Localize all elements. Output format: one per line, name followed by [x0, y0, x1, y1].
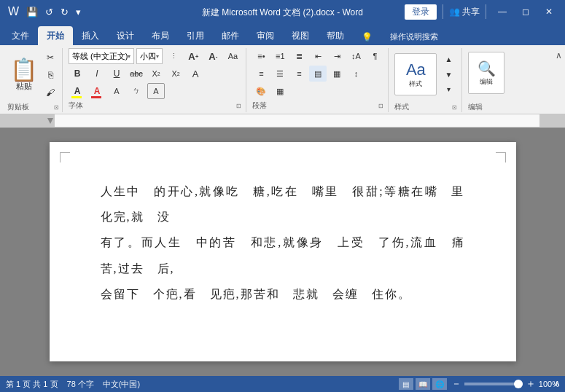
tab-home[interactable]: 开始 — [38, 26, 73, 45]
styles-big-button[interactable]: Aa 样式 — [394, 53, 437, 95]
styles-up-button[interactable]: ▲ — [440, 53, 457, 66]
zoom-out-button[interactable]: － — [451, 377, 461, 391]
font-row3: A A A ㄅ A — [69, 83, 241, 99]
ribbon-collapse-button[interactable]: ∧ — [556, 48, 562, 61]
editing-big-button[interactable]: 🔍 编辑 — [468, 52, 504, 94]
subscript-button[interactable]: X2 — [147, 66, 165, 82]
ruler — [0, 114, 565, 128]
phonetic-button[interactable]: ㄅ — [128, 83, 145, 99]
font-group: 等线 (中文正文) ▾ 小四 ▾ ⋮ A+ A- Aa B I U abc X2… — [64, 48, 246, 112]
tab-help[interactable]: 帮助 — [318, 26, 353, 45]
close-button[interactable]: ✕ — [539, 1, 559, 22]
clipboard-expand-icon[interactable]: ⊡ — [54, 104, 59, 111]
customize-icon[interactable]: ▾ — [74, 5, 83, 19]
text-line1: 人生中 的开心,就像吃 糖,吃在 嘴里 很甜;等糖在嘴 里化完,就 没 — [101, 179, 465, 230]
page[interactable]: 人生中 的开心,就像吃 糖,吃在 嘴里 很甜;等糖在嘴 里化完,就 没 有了。而… — [50, 142, 516, 361]
copy-button[interactable]: ⎘ — [42, 67, 59, 83]
corner-tr — [496, 152, 506, 162]
share-button[interactable]: 👥 共享 — [449, 6, 480, 18]
bullets-button[interactable]: ≡• — [252, 48, 270, 64]
tab-references[interactable]: 引用 — [178, 26, 213, 45]
undo-icon[interactable]: ↺ — [43, 5, 55, 19]
text-effect-button[interactable]: A — [108, 83, 125, 99]
tab-review[interactable]: 审阅 — [248, 26, 283, 45]
page-content[interactable]: 人生中 的开心,就像吃 糖,吃在 嘴里 很甜;等糖在嘴 里化完,就 没 有了。而… — [101, 179, 465, 307]
para-expand-icon[interactable]: ⊡ — [378, 103, 383, 109]
align-left-button[interactable]: ≡ — [252, 66, 270, 82]
enlarge-font-button[interactable]: A+ — [184, 48, 202, 64]
font-name-dropdown-arrow: ▾ — [128, 53, 130, 60]
format-painter-button[interactable]: 🖌 — [42, 85, 59, 101]
left-indent-marker[interactable] — [47, 118, 53, 124]
font-name-selector[interactable]: 等线 (中文正文) ▾ — [69, 48, 134, 64]
title-bar-controls: 登录 👥 共享 — ◻ ✕ — [405, 1, 559, 22]
shrink-font-button[interactable]: A- — [204, 48, 222, 64]
strikethrough-button[interactable]: abc — [128, 66, 145, 82]
decrease-indent-button[interactable]: ⇤ — [309, 48, 327, 64]
status-bar: 第 1 页 共 1 页 78 个字 中文(中国) ▤ 📖 🌐 － ＋ 100% — [0, 376, 565, 392]
highlight-color-bar — [71, 96, 82, 98]
italic-button[interactable]: I — [88, 66, 106, 82]
corner-tl — [60, 152, 70, 162]
change-case-button[interactable]: Aa — [224, 48, 241, 64]
tab-file[interactable]: 文件 — [3, 26, 38, 45]
paste-icon: 📋 — [10, 59, 37, 81]
borders-button[interactable]: ▦ — [271, 83, 289, 99]
zoom-slider[interactable] — [464, 383, 523, 385]
bold-button[interactable]: B — [69, 66, 86, 82]
tab-insert[interactable]: 插入 — [73, 26, 108, 45]
zoom-thumb[interactable] — [514, 380, 523, 388]
paste-button[interactable]: 📋 粘贴 — [7, 58, 40, 93]
para-label-row: 段落 ⊡ — [252, 101, 383, 111]
font-size-dropdown-arrow: ▾ — [156, 53, 159, 60]
zoom-in-button[interactable]: ＋ — [526, 377, 536, 391]
tab-lightbulb[interactable]: 💡 — [353, 28, 381, 45]
underline-button[interactable]: U — [108, 66, 125, 82]
text-highlight-button[interactable]: A — [69, 83, 86, 99]
clear-format-button[interactable]: A — [187, 66, 204, 82]
char-border-button[interactable]: A — [147, 83, 165, 99]
styles-icon: Aa — [406, 60, 426, 79]
tab-view[interactable]: 视图 — [283, 26, 318, 45]
restore-button[interactable]: ◻ — [515, 1, 536, 22]
styles-expand-icon[interactable]: ⊡ — [452, 104, 457, 111]
font-color-button[interactable]: A — [88, 83, 106, 99]
distributed-button[interactable]: ▦ — [328, 66, 346, 82]
superscript-button[interactable]: X2 — [167, 66, 184, 82]
para-row2: ≡ ☰ ≡ ▤ ▦ ↕ — [252, 66, 383, 82]
increase-indent-button[interactable]: ⇥ — [328, 48, 346, 64]
clipboard-sub-buttons: ✂ ⎘ 🖌 — [42, 50, 59, 101]
cut-button[interactable]: ✂ — [42, 50, 59, 66]
font-size-dropdown2-button[interactable]: ⋮ — [165, 48, 182, 64]
web-view-button[interactable]: 🌐 — [432, 378, 447, 390]
collapse-ribbon-btn[interactable]: ∧ — [554, 376, 561, 389]
shading-button[interactable]: 🎨 — [252, 83, 270, 99]
redo-icon[interactable]: ↻ — [58, 5, 71, 19]
tab-layout[interactable]: 布局 — [143, 26, 178, 45]
reading-view-button[interactable]: 📖 — [416, 378, 430, 390]
font-expand-icon[interactable]: ⊡ — [236, 103, 241, 109]
justify-button[interactable]: ▤ — [309, 66, 327, 82]
tab-design[interactable]: 设计 — [108, 26, 143, 45]
line-spacing-button[interactable]: ↕ — [347, 66, 365, 82]
font-size-selector[interactable]: 小四 ▾ — [136, 48, 163, 64]
styles-expand-button[interactable]: ▾ — [440, 83, 457, 95]
styles-down-button[interactable]: ▼ — [440, 68, 457, 81]
align-right-button[interactable]: ≡ — [290, 66, 308, 82]
login-button[interactable]: 登录 — [405, 4, 437, 20]
ruler-right-margin — [539, 114, 565, 127]
align-center-button[interactable]: ☰ — [271, 66, 289, 82]
sort-button[interactable]: ↕A — [347, 48, 365, 64]
print-layout-view-button[interactable]: ▤ — [399, 378, 413, 390]
numbering-button[interactable]: ≡1 — [271, 48, 289, 64]
ruler-left-margin — [0, 114, 55, 127]
show-marks-button[interactable]: ¶ — [366, 48, 383, 64]
multilevel-button[interactable]: ≣ — [290, 48, 308, 64]
tab-search[interactable]: 操作说明搜索 — [381, 28, 447, 45]
save-icon[interactable]: 💾 — [24, 5, 40, 19]
minimize-button[interactable]: — — [492, 1, 513, 22]
status-left: 第 1 页 共 1 页 78 个字 中文(中国) — [6, 379, 140, 390]
word-icon: W — [6, 4, 21, 20]
char-count: 78 个字 — [67, 379, 94, 390]
tab-mailings[interactable]: 邮件 — [213, 26, 248, 45]
